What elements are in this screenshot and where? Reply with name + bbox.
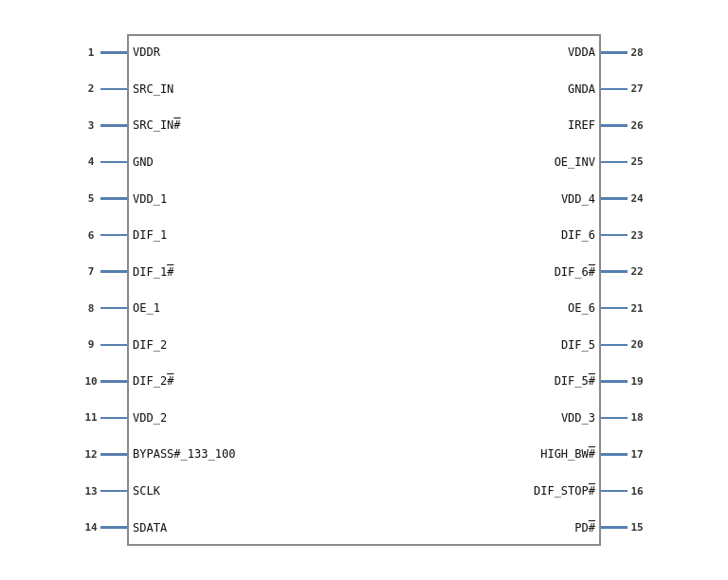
left-pin-row: 5	[61, 192, 127, 205]
left-pin-row: 11	[61, 411, 127, 424]
pin-stub	[601, 380, 628, 383]
pin-number: 26	[628, 119, 646, 132]
right-label: OE_6	[391, 301, 599, 315]
left-pin-row: 2	[61, 82, 127, 95]
pin-stub	[100, 307, 127, 310]
right-pin-row: 24	[601, 192, 667, 205]
ic-diagram: 1234567891011121314 28272625242322212019…	[61, 20, 667, 560]
left-labels: VDDRSRC_INSRC_IN#GNDVDD_1DIF_1DIF_1#OE_1…	[129, 34, 337, 546]
right-pin-row: 17	[601, 448, 667, 461]
left-pin-row: 7	[61, 265, 127, 278]
left-pin-row: 4	[61, 155, 127, 168]
left-label: SRC_IN	[129, 82, 337, 96]
pin-stub	[100, 380, 127, 383]
pin-stub	[100, 417, 127, 420]
left-label: GND	[129, 155, 337, 169]
left-label: SDATA	[129, 521, 337, 535]
right-label: GNDA	[391, 82, 599, 96]
left-pin-row: 9	[61, 338, 127, 351]
pin-stub	[100, 490, 127, 493]
pin-stub	[100, 526, 127, 529]
pin-number: 13	[82, 485, 100, 498]
left-label: SRC_IN#	[129, 118, 337, 132]
left-pin-row: 3	[61, 119, 127, 132]
right-pin-row: 28	[601, 46, 667, 59]
right-pin-row: 19	[601, 375, 667, 388]
left-label: BYPASS#_133_100	[129, 447, 337, 461]
left-pin-row: 13	[61, 485, 127, 498]
pin-stub	[601, 453, 628, 456]
pin-stub	[601, 307, 628, 310]
right-pins: 2827262524232221201918171615	[601, 34, 667, 546]
right-label: OE_INV	[391, 155, 599, 169]
pin-stub	[100, 124, 127, 127]
pin-stub	[100, 270, 127, 273]
right-label: DIF_5#	[391, 374, 599, 388]
pin-stub	[100, 88, 127, 91]
left-label: DIF_1#	[129, 265, 337, 279]
left-label: VDD_1	[129, 192, 337, 206]
pin-stub	[100, 51, 127, 54]
right-pin-row: 20	[601, 338, 667, 351]
pin-stub	[100, 453, 127, 456]
pin-stub	[100, 234, 127, 237]
pin-stub	[100, 344, 127, 347]
pin-stub	[601, 526, 628, 529]
right-labels: VDDAGNDAIREFOE_INVVDD_4DIF_6DIF_6#OE_6DI…	[391, 34, 599, 546]
pin-stub	[601, 161, 628, 164]
pin-number: 7	[82, 265, 100, 278]
pin-number: 9	[82, 338, 100, 351]
pin-number: 25	[628, 155, 646, 168]
pin-number: 5	[82, 192, 100, 205]
pin-stub	[100, 161, 127, 164]
pin-stub	[601, 417, 628, 420]
right-pin-row: 27	[601, 82, 667, 95]
right-pin-row: 26	[601, 119, 667, 132]
pin-number: 17	[628, 448, 646, 461]
pin-number: 4	[82, 155, 100, 168]
left-label: SCLK	[129, 484, 337, 498]
pin-stub	[601, 270, 628, 273]
pin-number: 15	[628, 521, 646, 534]
left-label: VDDR	[129, 45, 337, 59]
pin-number: 28	[628, 46, 646, 59]
pin-number: 1	[82, 46, 100, 59]
pin-number: 19	[628, 375, 646, 388]
pin-number: 16	[628, 485, 646, 498]
pin-number: 22	[628, 265, 646, 278]
pin-number: 21	[628, 302, 646, 315]
pin-number: 20	[628, 338, 646, 351]
left-label: DIF_1	[129, 228, 337, 242]
pin-number: 11	[82, 411, 100, 424]
left-pin-row: 12	[61, 448, 127, 461]
pin-stub	[601, 51, 628, 54]
left-label: DIF_2	[129, 338, 337, 352]
pin-number: 27	[628, 82, 646, 95]
pin-stub	[601, 197, 628, 200]
pin-number: 23	[628, 229, 646, 242]
right-label: VDD_4	[391, 192, 599, 206]
pin-number: 14	[82, 521, 100, 534]
right-label: VDD_3	[391, 411, 599, 425]
pin-number: 18	[628, 411, 646, 424]
right-pin-row: 18	[601, 411, 667, 424]
right-pin-row: 21	[601, 302, 667, 315]
pin-number: 10	[82, 375, 100, 388]
pin-number: 24	[628, 192, 646, 205]
left-pin-row: 14	[61, 521, 127, 534]
right-label: VDDA	[391, 45, 599, 59]
right-label: IREF	[391, 118, 599, 132]
left-pins: 1234567891011121314	[61, 34, 127, 546]
right-label: DIF_STOP#	[391, 484, 599, 498]
left-pin-row: 1	[61, 46, 127, 59]
right-label: DIF_5	[391, 338, 599, 352]
pin-number: 3	[82, 119, 100, 132]
right-pin-row: 23	[601, 229, 667, 242]
right-pin-row: 22	[601, 265, 667, 278]
left-pin-row: 8	[61, 302, 127, 315]
pin-number: 8	[82, 302, 100, 315]
right-pin-row: 16	[601, 485, 667, 498]
pin-stub	[100, 197, 127, 200]
right-pin-row: 25	[601, 155, 667, 168]
pin-number: 2	[82, 82, 100, 95]
